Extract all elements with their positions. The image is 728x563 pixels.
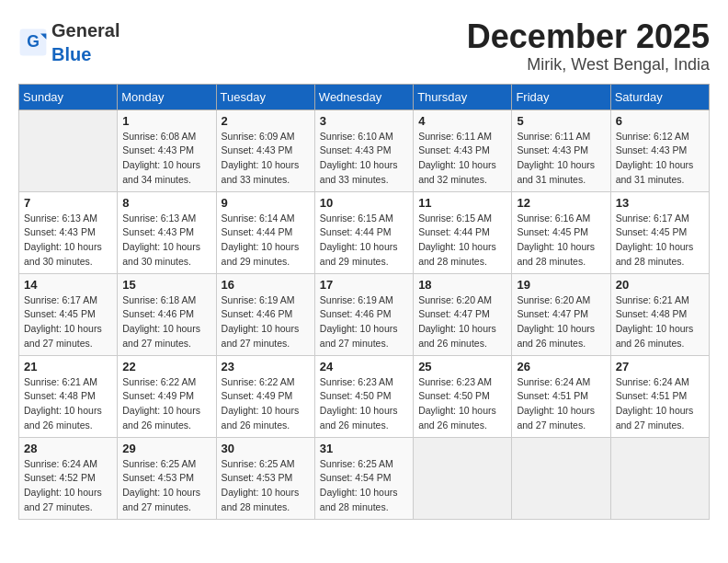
day-number: 9 (222, 196, 310, 210)
calendar-cell: 20Sunrise: 6:21 AM Sunset: 4:48 PM Dayli… (610, 273, 709, 355)
day-number: 5 (517, 114, 605, 128)
day-number: 20 (616, 278, 704, 292)
day-number: 23 (222, 360, 310, 373)
calendar-cell (610, 437, 709, 519)
day-number: 26 (517, 360, 605, 373)
calendar-cell: 16Sunrise: 6:19 AM Sunset: 4:46 PM Dayli… (216, 273, 314, 355)
calendar-table: SundayMondayTuesdayWednesdayThursdayFrid… (18, 84, 710, 520)
day-number: 10 (320, 196, 408, 210)
logo-general: General (51, 20, 119, 40)
day-info: Sunrise: 6:24 AM Sunset: 4:51 PM Dayligh… (517, 375, 605, 433)
day-info: Sunrise: 6:13 AM Sunset: 4:43 PM Dayligh… (24, 212, 112, 270)
calendar-cell: 4Sunrise: 6:11 AM Sunset: 4:43 PM Daylig… (414, 109, 512, 191)
day-info: Sunrise: 6:13 AM Sunset: 4:43 PM Dayligh… (122, 212, 210, 270)
calendar-cell: 9Sunrise: 6:14 AM Sunset: 4:44 PM Daylig… (216, 191, 314, 273)
day-number: 6 (616, 114, 704, 128)
day-number: 3 (320, 114, 408, 128)
calendar-cell: 6Sunrise: 6:12 AM Sunset: 4:43 PM Daylig… (610, 109, 709, 191)
day-info: Sunrise: 6:19 AM Sunset: 4:46 PM Dayligh… (320, 293, 408, 351)
calendar-cell: 10Sunrise: 6:15 AM Sunset: 4:44 PM Dayli… (314, 191, 413, 273)
calendar-cell: 23Sunrise: 6:22 AM Sunset: 4:49 PM Dayli… (216, 355, 314, 437)
day-of-week-header: Saturday (610, 84, 709, 109)
calendar-week-row: 1Sunrise: 6:08 AM Sunset: 4:43 PM Daylig… (19, 109, 710, 191)
calendar-cell: 5Sunrise: 6:11 AM Sunset: 4:43 PM Daylig… (512, 109, 610, 191)
calendar-cell (414, 437, 512, 519)
day-number: 16 (222, 278, 310, 292)
day-info: Sunrise: 6:15 AM Sunset: 4:44 PM Dayligh… (320, 212, 408, 270)
day-info: Sunrise: 6:21 AM Sunset: 4:48 PM Dayligh… (616, 293, 704, 351)
day-info: Sunrise: 6:08 AM Sunset: 4:43 PM Dayligh… (122, 130, 210, 188)
calendar-cell: 17Sunrise: 6:19 AM Sunset: 4:46 PM Dayli… (314, 273, 413, 355)
day-info: Sunrise: 6:11 AM Sunset: 4:43 PM Dayligh… (517, 130, 605, 188)
page-subtitle: Mirik, West Bengal, India (467, 55, 710, 75)
day-info: Sunrise: 6:10 AM Sunset: 4:43 PM Dayligh… (320, 130, 408, 188)
calendar-cell: 21Sunrise: 6:21 AM Sunset: 4:48 PM Dayli… (19, 355, 118, 437)
day-number: 15 (122, 278, 210, 292)
day-info: Sunrise: 6:17 AM Sunset: 4:45 PM Dayligh… (616, 212, 704, 270)
day-info: Sunrise: 6:23 AM Sunset: 4:50 PM Dayligh… (320, 375, 408, 433)
calendar-cell: 29Sunrise: 6:25 AM Sunset: 4:53 PM Dayli… (118, 437, 216, 519)
day-info: Sunrise: 6:25 AM Sunset: 4:54 PM Dayligh… (320, 457, 408, 515)
day-info: Sunrise: 6:24 AM Sunset: 4:52 PM Dayligh… (24, 457, 112, 515)
logo-icon: G (18, 28, 48, 57)
day-of-week-header: Sunday (19, 84, 118, 109)
calendar-cell: 26Sunrise: 6:24 AM Sunset: 4:51 PM Dayli… (512, 355, 610, 437)
day-info: Sunrise: 6:20 AM Sunset: 4:47 PM Dayligh… (517, 293, 605, 351)
day-number: 14 (24, 278, 112, 292)
calendar-header-row: SundayMondayTuesdayWednesdayThursdayFrid… (19, 84, 710, 109)
day-number: 17 (320, 278, 408, 292)
day-info: Sunrise: 6:22 AM Sunset: 4:49 PM Dayligh… (122, 375, 210, 433)
calendar-cell: 14Sunrise: 6:17 AM Sunset: 4:45 PM Dayli… (19, 273, 118, 355)
day-info: Sunrise: 6:15 AM Sunset: 4:44 PM Dayligh… (418, 212, 506, 270)
day-info: Sunrise: 6:25 AM Sunset: 4:53 PM Dayligh… (122, 457, 210, 515)
calendar-cell: 3Sunrise: 6:10 AM Sunset: 4:43 PM Daylig… (314, 109, 413, 191)
day-info: Sunrise: 6:11 AM Sunset: 4:43 PM Dayligh… (418, 130, 506, 188)
day-number: 18 (418, 278, 506, 292)
calendar-cell: 25Sunrise: 6:23 AM Sunset: 4:50 PM Dayli… (414, 355, 512, 437)
day-info: Sunrise: 6:23 AM Sunset: 4:50 PM Dayligh… (418, 375, 506, 433)
calendar-cell: 15Sunrise: 6:18 AM Sunset: 4:46 PM Dayli… (118, 273, 216, 355)
calendar-cell (19, 109, 118, 191)
day-info: Sunrise: 6:09 AM Sunset: 4:43 PM Dayligh… (222, 130, 310, 188)
day-info: Sunrise: 6:20 AM Sunset: 4:47 PM Dayligh… (418, 293, 506, 351)
calendar-cell: 18Sunrise: 6:20 AM Sunset: 4:47 PM Dayli… (414, 273, 512, 355)
page-header: G General Blue December 2025 Mirik, West… (18, 18, 710, 75)
calendar-cell: 8Sunrise: 6:13 AM Sunset: 4:43 PM Daylig… (118, 191, 216, 273)
day-number: 30 (222, 442, 310, 455)
day-of-week-header: Friday (512, 84, 610, 109)
title-block: December 2025 Mirik, West Bengal, India (467, 18, 710, 75)
day-of-week-header: Monday (118, 84, 216, 109)
day-info: Sunrise: 6:14 AM Sunset: 4:44 PM Dayligh… (222, 212, 310, 270)
day-info: Sunrise: 6:24 AM Sunset: 4:51 PM Dayligh… (616, 375, 704, 433)
calendar-cell: 30Sunrise: 6:25 AM Sunset: 4:53 PM Dayli… (216, 437, 314, 519)
calendar-week-row: 28Sunrise: 6:24 AM Sunset: 4:52 PM Dayli… (19, 437, 710, 519)
day-info: Sunrise: 6:17 AM Sunset: 4:45 PM Dayligh… (24, 293, 112, 351)
day-info: Sunrise: 6:19 AM Sunset: 4:46 PM Dayligh… (222, 293, 310, 351)
day-number: 24 (320, 360, 408, 373)
day-number: 7 (24, 196, 112, 210)
calendar-week-row: 21Sunrise: 6:21 AM Sunset: 4:48 PM Dayli… (19, 355, 710, 437)
day-of-week-header: Tuesday (216, 84, 314, 109)
day-number: 22 (122, 360, 210, 373)
calendar-cell: 1Sunrise: 6:08 AM Sunset: 4:43 PM Daylig… (118, 109, 216, 191)
calendar-cell: 2Sunrise: 6:09 AM Sunset: 4:43 PM Daylig… (216, 109, 314, 191)
day-number: 1 (122, 114, 210, 128)
day-number: 4 (418, 114, 506, 128)
day-number: 29 (122, 442, 210, 455)
calendar-cell: 28Sunrise: 6:24 AM Sunset: 4:52 PM Dayli… (19, 437, 118, 519)
page-title: December 2025 (467, 18, 710, 55)
calendar-cell: 22Sunrise: 6:22 AM Sunset: 4:49 PM Dayli… (118, 355, 216, 437)
day-info: Sunrise: 6:18 AM Sunset: 4:46 PM Dayligh… (122, 293, 210, 351)
day-number: 28 (24, 442, 112, 455)
calendar-cell (512, 437, 610, 519)
calendar-cell: 27Sunrise: 6:24 AM Sunset: 4:51 PM Dayli… (610, 355, 709, 437)
calendar-cell: 7Sunrise: 6:13 AM Sunset: 4:43 PM Daylig… (19, 191, 118, 273)
day-number: 2 (222, 114, 310, 128)
day-of-week-header: Wednesday (314, 84, 413, 109)
calendar-cell: 13Sunrise: 6:17 AM Sunset: 4:45 PM Dayli… (610, 191, 709, 273)
day-number: 21 (24, 360, 112, 373)
day-number: 25 (418, 360, 506, 373)
day-number: 31 (320, 442, 408, 455)
calendar-cell: 24Sunrise: 6:23 AM Sunset: 4:50 PM Dayli… (314, 355, 413, 437)
day-info: Sunrise: 6:21 AM Sunset: 4:48 PM Dayligh… (24, 375, 112, 433)
